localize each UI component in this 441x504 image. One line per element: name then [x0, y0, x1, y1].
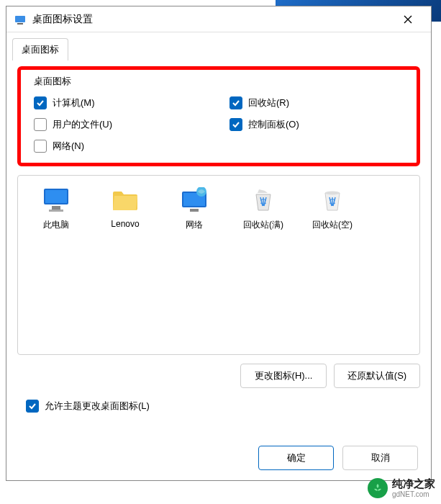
icon-label: 网络: [186, 219, 203, 231]
watermark: 纯净之家 gdNET.com: [368, 478, 435, 498]
svg-rect-5: [49, 210, 63, 212]
checkbox-box[interactable]: [26, 400, 39, 413]
checkbox-grid: 计算机(M) 回收站(R) 用户的文件(U) 控制面板(O) 网络(N): [34, 96, 404, 153]
checkbox-network[interactable]: 网络(N): [34, 140, 208, 153]
checkbox-label: 用户的文件(U): [53, 118, 112, 131]
svg-rect-9: [190, 209, 199, 212]
network-monitor-icon: [178, 186, 210, 215]
icon-item-lenovo[interactable]: Lenovo: [100, 186, 150, 231]
svg-point-10: [325, 192, 340, 195]
theme-checkbox-row[interactable]: 允许主题更改桌面图标(L): [17, 400, 420, 413]
dialog-content: 桌面图标 计算机(M) 回收站(R) 用户的文件(U) 控制面板(O): [6, 60, 431, 423]
theme-checkbox-label: 允许主题更改桌面图标(L): [45, 400, 150, 413]
icon-item-recyclebin-full[interactable]: 回收站(满): [238, 186, 288, 231]
checkbox-box[interactable]: [229, 118, 242, 131]
recyclebin-full-icon: [247, 186, 279, 215]
checkbox-computer[interactable]: 计算机(M): [34, 96, 208, 109]
ok-button[interactable]: 确定: [258, 446, 334, 470]
checkbox-userfiles[interactable]: 用户的文件(U): [34, 118, 208, 131]
checkbox-label: 计算机(M): [53, 96, 95, 109]
checkbox-box[interactable]: [34, 140, 47, 153]
checkbox-label: 网络(N): [53, 140, 84, 153]
icon-row: 此电脑 Lenovo 网络: [25, 183, 412, 234]
icon-label: 此电脑: [43, 219, 69, 231]
svg-rect-3: [45, 190, 67, 203]
icon-label: 回收站(空): [312, 219, 353, 231]
icon-preview-box: 此电脑 Lenovo 网络: [17, 175, 420, 355]
tab-strip: 桌面图标: [6, 32, 431, 60]
group-label: 桌面图标: [34, 75, 71, 88]
window-title: 桌面图标设置: [32, 13, 392, 26]
titlebar: 桌面图标设置: [6, 6, 431, 32]
folder-icon: [109, 186, 141, 215]
change-icon-button[interactable]: 更改图标(H)...: [240, 364, 327, 388]
restore-default-button[interactable]: 还原默认值(S): [334, 364, 420, 388]
checkbox-label: 控制面板(O): [248, 118, 299, 131]
svg-rect-0: [15, 16, 25, 22]
window-icon: [14, 13, 27, 26]
checkbox-label: 回收站(R): [248, 96, 289, 109]
watermark-en: gdNET.com: [392, 490, 435, 498]
icon-item-thispc[interactable]: 此电脑: [31, 186, 81, 231]
checkbox-recyclebin[interactable]: 回收站(R): [229, 96, 404, 109]
close-button[interactable]: [392, 6, 424, 32]
icon-button-row: 更改图标(H)... 还原默认值(S): [17, 364, 420, 388]
watermark-cn: 纯净之家: [392, 478, 435, 490]
icon-item-recyclebin-empty[interactable]: 回收站(空): [307, 186, 358, 231]
svg-rect-4: [52, 206, 60, 210]
checkbox-box[interactable]: [229, 96, 242, 109]
highlighted-checkbox-group: 桌面图标 计算机(M) 回收站(R) 用户的文件(U) 控制面板(O): [17, 66, 420, 166]
dialog-window: 桌面图标设置 桌面图标 桌面图标 计算机(M) 回收站(R) 用户的文件(U: [6, 6, 432, 481]
checkbox-box[interactable]: [34, 96, 47, 109]
cancel-button[interactable]: 取消: [342, 446, 418, 470]
icon-label: 回收站(满): [243, 219, 283, 231]
checkbox-box[interactable]: [34, 118, 47, 131]
watermark-text: 纯净之家 gdNET.com: [392, 478, 435, 498]
dialog-button-row: 确定 取消: [258, 446, 418, 470]
icon-item-network[interactable]: 网络: [169, 186, 219, 231]
svg-rect-1: [17, 23, 23, 24]
icon-label: Lenovo: [111, 219, 139, 229]
tab-desktop-icons[interactable]: 桌面图标: [12, 38, 68, 60]
recyclebin-empty-icon: [317, 186, 348, 215]
watermark-logo-icon: [368, 478, 388, 498]
monitor-icon: [40, 186, 72, 215]
checkbox-controlpanel[interactable]: 控制面板(O): [229, 118, 404, 131]
